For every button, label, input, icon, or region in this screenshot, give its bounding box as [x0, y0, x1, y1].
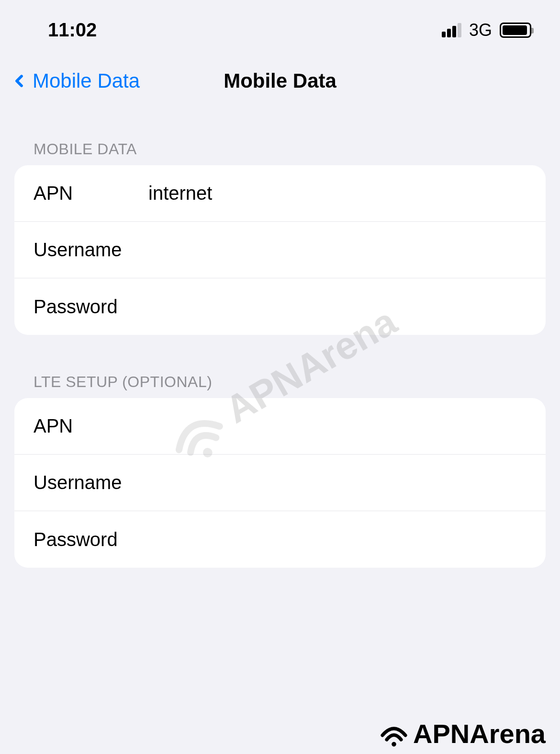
password-label: Password [34, 296, 148, 318]
password-input[interactable] [148, 296, 526, 318]
mobile-data-section-header: MOBILE DATA [14, 140, 546, 165]
svg-point-1 [392, 742, 396, 746]
lte-username-row[interactable]: Username [14, 455, 546, 511]
lte-setup-card: APN Username Password [14, 398, 546, 568]
lte-password-label: Password [34, 529, 148, 550]
apn-row[interactable]: APN [14, 165, 546, 222]
page-title: Mobile Data [224, 69, 336, 92]
status-time: 11:02 [48, 19, 97, 41]
lte-password-row[interactable]: Password [14, 511, 546, 568]
lte-apn-input[interactable] [148, 415, 526, 437]
network-type-label: 3G [469, 20, 492, 40]
password-row[interactable]: Password [14, 278, 546, 335]
lte-setup-section: LTE SETUP (OPTIONAL) APN Username Passwo… [0, 373, 560, 568]
apn-input[interactable] [148, 183, 526, 204]
navigation-bar: Mobile Data Mobile Data [0, 50, 560, 102]
username-input[interactable] [148, 239, 526, 261]
status-bar: 11:02 3G [0, 0, 560, 50]
watermark-bottom-text: APNArena [413, 718, 546, 749]
lte-setup-section-header: LTE SETUP (OPTIONAL) [14, 373, 546, 398]
username-label: Username [34, 239, 148, 261]
lte-username-label: Username [34, 472, 148, 493]
mobile-data-section: MOBILE DATA APN Username Password [0, 140, 560, 335]
watermark-bottom: APNArena [377, 718, 546, 749]
lte-password-input[interactable] [148, 529, 526, 550]
battery-icon [500, 23, 531, 38]
chevron-left-icon [10, 71, 29, 91]
status-right-group: 3G [442, 20, 531, 40]
apn-label: APN [34, 183, 148, 204]
mobile-data-card: APN Username Password [14, 165, 546, 335]
lte-apn-label: APN [34, 415, 148, 437]
wifi-icon [377, 720, 411, 748]
lte-username-input[interactable] [148, 472, 526, 493]
username-row[interactable]: Username [14, 222, 546, 278]
signal-strength-icon [442, 23, 461, 37]
back-button[interactable]: Mobile Data [10, 69, 140, 92]
back-button-label: Mobile Data [33, 69, 140, 92]
lte-apn-row[interactable]: APN [14, 398, 546, 455]
